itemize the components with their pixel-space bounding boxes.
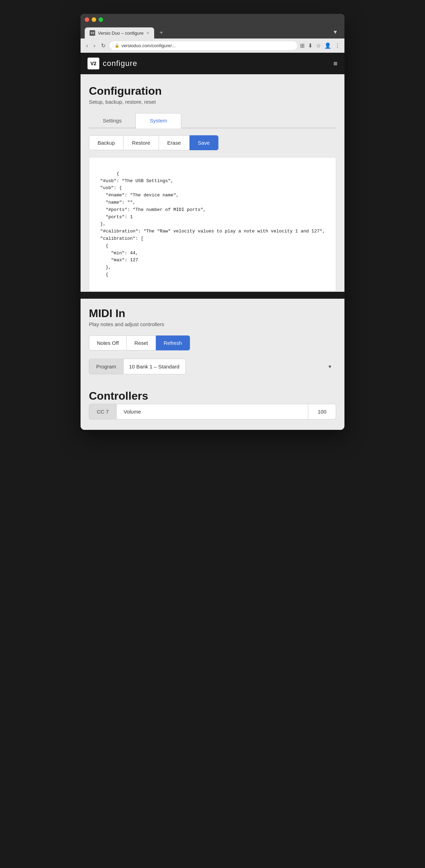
grid-icon[interactable]: ⊞ — [300, 42, 305, 49]
program-row: Program 10 Bank 1 – Standard 1 Bank 1 2 … — [89, 359, 336, 374]
refresh-button[interactable]: Refresh — [156, 335, 190, 350]
back-button[interactable]: ‹ — [85, 42, 89, 50]
configuration-section: Configuration Setup, backup, restore, re… — [89, 85, 336, 292]
close-traffic-light[interactable] — [85, 17, 89, 22]
app-header: V2 configure ≡ — [81, 53, 344, 74]
json-content: { "#usb": "The USB Settings", "usb": { "… — [95, 171, 325, 277]
program-select[interactable]: 10 Bank 1 – Standard 1 Bank 1 2 Bank 2 — [124, 359, 186, 374]
controllers-title: Controllers — [89, 390, 336, 402]
browser-window: V2 Versio Duo – configure × + ▾ ‹ › ↻ 🔒 … — [81, 14, 344, 430]
forward-button[interactable]: › — [92, 42, 97, 50]
traffic-lights — [85, 17, 340, 22]
address-bar[interactable]: 🔒 versioduo.com/configure/... — [110, 41, 297, 50]
refresh-button[interactable]: ↻ — [100, 42, 107, 50]
notes-off-button[interactable]: Notes Off — [89, 335, 127, 350]
tab-bar: V2 Versio Duo – configure × + ▾ — [85, 25, 340, 39]
action-buttons: Backup Restore Erase Save — [89, 135, 336, 150]
address-text: versioduo.com/configure/... — [122, 43, 176, 48]
more-icon[interactable]: ⋮ — [335, 42, 340, 49]
restore-button[interactable]: Restore — [124, 135, 159, 150]
save-button[interactable]: Save — [190, 135, 218, 150]
minimize-traffic-light[interactable] — [92, 17, 96, 22]
tab-label: Versio Duo – configure — [98, 31, 144, 36]
program-select-wrapper: 10 Bank 1 – Standard 1 Bank 1 2 Bank 2 — [124, 359, 336, 374]
cc-name: Volume — [117, 404, 308, 419]
maximize-traffic-light[interactable] — [99, 17, 103, 22]
bookmark-icon[interactable]: ☆ — [316, 42, 321, 49]
account-icon[interactable]: 👤 — [324, 42, 331, 49]
midi-in-section: MIDI In Play notes and adjust controller… — [89, 299, 336, 374]
tab-system[interactable]: System — [135, 113, 181, 128]
lock-icon: 🔒 — [115, 43, 119, 48]
tab-favicon: V2 — [90, 30, 95, 36]
reset-button[interactable]: Reset — [127, 335, 156, 350]
download-icon[interactable]: ⬇ — [308, 42, 312, 49]
page-subtitle: Setup, backup, restore, reset — [89, 99, 336, 105]
logo-box: V2 — [88, 58, 99, 69]
app-title: configure — [103, 59, 138, 68]
midi-in-title: MIDI In — [89, 307, 336, 320]
midi-buttons: Notes Off Reset Refresh — [89, 335, 336, 350]
page-content: Configuration Setup, backup, restore, re… — [81, 74, 344, 430]
backup-button[interactable]: Backup — [89, 135, 124, 150]
tab-menu-icon[interactable]: ▾ — [330, 25, 340, 39]
app-logo: V2 configure — [88, 58, 138, 69]
midi-in-subtitle: Play notes and adjust controllers — [89, 321, 336, 327]
json-editor[interactable]: { "#usb": "The USB Settings", "usb": { "… — [89, 157, 336, 292]
controller-row: CC 7 Volume 100 — [89, 404, 336, 419]
cc-value: 100 — [308, 404, 336, 419]
browser-chrome: V2 Versio Duo – configure × + ▾ — [81, 14, 344, 39]
tab-close-icon[interactable]: × — [147, 30, 149, 36]
new-tab-button[interactable]: + — [156, 27, 167, 39]
controllers-section: Controllers CC 7 Volume 100 — [89, 381, 336, 419]
hamburger-menu[interactable]: ≡ — [333, 60, 338, 68]
toolbar-icons: ⊞ ⬇ ☆ 👤 ⋮ — [300, 42, 340, 49]
address-bar-row: ‹ › ↻ 🔒 versioduo.com/configure/... ⊞ ⬇ … — [81, 39, 344, 53]
browser-tab[interactable]: V2 Versio Duo – configure × — [85, 27, 154, 39]
cc-label: CC 7 — [89, 404, 117, 419]
section-divider — [81, 292, 344, 299]
page-title: Configuration — [89, 85, 336, 97]
erase-button[interactable]: Erase — [159, 135, 190, 150]
tab-settings[interactable]: Settings — [89, 113, 135, 128]
program-label: Program — [89, 359, 124, 374]
tab-group: Settings System — [89, 113, 336, 128]
